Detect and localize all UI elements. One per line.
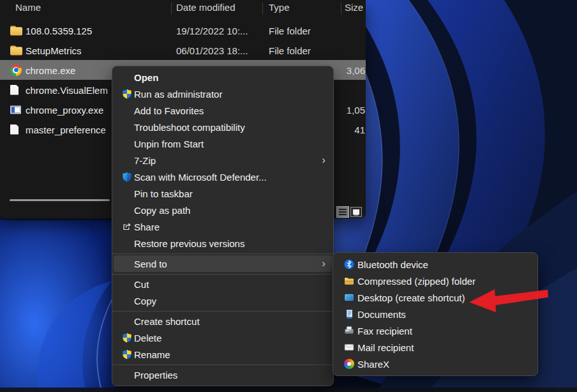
file-name: chrome.exe	[26, 64, 75, 75]
menu-item-create-shortcut[interactable]: Create shortcut	[114, 313, 332, 329]
folder-icon	[10, 45, 22, 55]
menu-item-7zip[interactable]: 7-Zip	[114, 152, 332, 169]
file-type: File folder	[269, 45, 311, 56]
menu-item-unpin-from-start[interactable]: Unpin from Start	[114, 135, 332, 152]
uac-shield-icon	[120, 349, 134, 360]
column-divider[interactable]	[262, 3, 263, 15]
bluetooth-icon	[341, 259, 357, 270]
file-size: 1,05	[341, 104, 365, 115]
menu-item-label: Scan with Microsoft Defender...	[134, 172, 267, 183]
menu-item-label: Create shortcut	[134, 316, 200, 327]
menu-item-label: Properties	[134, 370, 177, 381]
document-icon	[10, 124, 19, 135]
icon-slot	[120, 138, 134, 149]
submenu-item-mail-recipient[interactable]: Mail recipient	[334, 339, 536, 356]
menu-item-share[interactable]: Share	[114, 218, 332, 235]
menu-item-rename[interactable]: Rename	[114, 346, 332, 363]
file-row-folder[interactable]: SetupMetrics 06/01/2023 18:... File fold…	[0, 40, 366, 60]
file-size: 3,06	[341, 64, 365, 75]
submenu-item-bluetooth-device[interactable]: Bluetooth device	[334, 256, 536, 273]
column-name[interactable]: Name	[15, 2, 41, 13]
icon-slot	[120, 188, 134, 199]
document-icon	[10, 85, 19, 95]
menu-item-label: Cut	[134, 279, 149, 290]
menu-item-send-to[interactable]: Send to	[114, 255, 332, 272]
icon-slot	[120, 237, 134, 249]
documents-icon	[341, 308, 357, 320]
icon-slot	[120, 295, 134, 306]
icon-slot	[120, 72, 134, 83]
menu-item-restore-previous-versions[interactable]: Restore previous versions	[114, 235, 332, 252]
thumbnail-view-icon	[353, 209, 359, 215]
menu-item-copy-as-path[interactable]: Copy as path	[114, 202, 332, 218]
column-date-modified[interactable]: Date modified	[176, 2, 236, 13]
context-menu: Open Run as administrator Add to Favorit…	[112, 66, 334, 386]
menu-item-label: 7-Zip	[134, 155, 156, 166]
menu-separator	[112, 253, 333, 254]
menu-item-label: Fax recipient	[357, 326, 412, 336]
menu-item-properties[interactable]: Properties	[114, 366, 332, 383]
chevron-right-icon	[322, 258, 326, 270]
folder-icon	[10, 26, 22, 35]
thumbnail-view-button[interactable]	[350, 207, 362, 217]
file-name: chrome.VisualElem	[26, 84, 108, 95]
file-name: 108.0.5359.125	[26, 25, 92, 36]
menu-item-copy[interactable]: Copy	[114, 292, 332, 309]
taskbar	[0, 388, 577, 392]
file-name: SetupMetrics	[26, 45, 82, 56]
list-view-button[interactable]	[336, 206, 349, 218]
file-date: 06/01/2023 18:...	[176, 45, 248, 56]
submenu-item-sharex[interactable]: ShareX	[334, 356, 536, 372]
chevron-right-icon	[322, 155, 326, 167]
mail-icon	[341, 342, 357, 353]
icon-slot	[120, 315, 134, 327]
column-type[interactable]: Type	[269, 2, 290, 13]
menu-item-label: Delete	[134, 333, 161, 343]
menu-item-label: Bluetooth device	[357, 259, 428, 270]
column-size[interactable]: Size	[345, 2, 363, 13]
column-divider[interactable]	[341, 3, 341, 15]
desktop-screen: Name Date modified Type Size 108.0.5359.…	[0, 0, 577, 392]
icon-slot	[120, 155, 134, 166]
menu-item-label: Send to	[134, 259, 167, 269]
menu-item-label: ShareX	[357, 359, 389, 370]
red-arrow-annotation	[467, 284, 551, 317]
menu-item-label: Restore previous versions	[134, 238, 244, 249]
submenu-item-fax-recipient[interactable]: Fax recipient	[334, 322, 536, 339]
file-name: chrome_proxy.exe	[26, 104, 103, 115]
menu-separator	[112, 311, 333, 312]
list-view-icon	[339, 209, 347, 216]
menu-item-label: Compressed (zipped) folder	[357, 276, 476, 287]
menu-item-label: Documents	[357, 309, 406, 320]
horizontal-scrollbar[interactable]	[10, 199, 110, 201]
menu-item-label: Troubleshoot compatibility	[134, 122, 245, 133]
menu-item-run-as-administrator[interactable]: Run as administrator	[114, 86, 332, 102]
sharex-icon	[341, 358, 357, 370]
file-row-folder[interactable]: 108.0.5359.125 19/12/2022 10:... File fo…	[0, 20, 366, 40]
menu-item-add-to-favorites[interactable]: Add to Favorites	[114, 102, 332, 119]
file-size: 41	[341, 124, 365, 135]
defender-shield-icon	[120, 171, 134, 183]
uac-shield-icon	[120, 88, 134, 100]
menu-item-label: Copy as path	[134, 205, 190, 216]
uac-shield-icon	[120, 332, 134, 343]
menu-item-delete[interactable]: Delete	[114, 329, 332, 346]
file-type: File folder	[269, 25, 311, 36]
menu-item-troubleshoot-compatibility[interactable]: Troubleshoot compatibility	[114, 119, 332, 135]
menu-item-label: Run as administrator	[134, 89, 222, 100]
menu-item-label: Unpin from Start	[134, 139, 204, 149]
menu-item-open[interactable]: Open	[114, 69, 332, 86]
column-divider[interactable]	[171, 3, 172, 15]
menu-item-label: Add to Favorites	[134, 105, 204, 116]
menu-item-label: Share	[134, 222, 160, 232]
menu-item-pin-to-taskbar[interactable]: Pin to taskbar	[114, 185, 332, 202]
zipped-folder-icon	[341, 275, 357, 287]
menu-item-label: Rename	[134, 349, 170, 360]
icon-slot	[120, 278, 134, 290]
app-window-icon	[10, 105, 21, 114]
menu-item-label: Desktop (create shortcut)	[357, 292, 465, 303]
menu-item-cut[interactable]: Cut	[114, 276, 332, 292]
file-date: 19/12/2022 10:...	[176, 25, 248, 36]
menu-item-scan-with-defender[interactable]: Scan with Microsoft Defender...	[114, 169, 332, 185]
icon-slot	[120, 204, 134, 216]
